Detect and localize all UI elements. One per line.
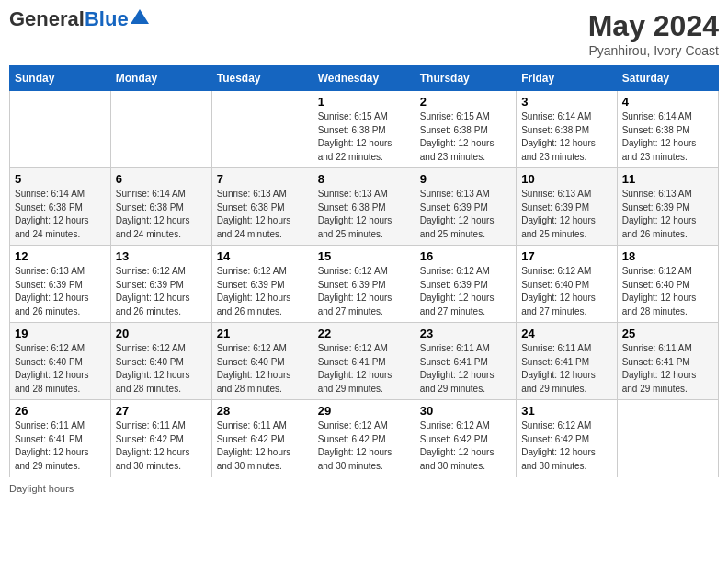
day-info: Sunrise: 6:13 AM Sunset: 6:39 PM Dayligh…: [521, 188, 612, 241]
day-number: 29: [318, 404, 410, 418]
weekday-wednesday: Wednesday: [313, 66, 415, 91]
calendar-cell: 25Sunrise: 6:11 AM Sunset: 6:41 PM Dayli…: [617, 323, 718, 400]
calendar-week-row: 5Sunrise: 6:14 AM Sunset: 6:38 PM Daylig…: [10, 168, 719, 246]
day-info: Sunrise: 6:14 AM Sunset: 6:38 PM Dayligh…: [521, 110, 612, 164]
day-info: Sunrise: 6:11 AM Sunset: 6:41 PM Dayligh…: [15, 419, 106, 473]
day-info: Sunrise: 6:11 AM Sunset: 6:41 PM Dayligh…: [622, 342, 713, 396]
day-number: 9: [420, 172, 511, 186]
day-info: Sunrise: 6:12 AM Sunset: 6:42 PM Dayligh…: [521, 419, 612, 473]
calendar-cell: 29Sunrise: 6:12 AM Sunset: 6:42 PM Dayli…: [313, 400, 415, 477]
logo-general: General: [9, 7, 85, 30]
day-info: Sunrise: 6:14 AM Sunset: 6:38 PM Dayligh…: [116, 188, 207, 241]
calendar-cell: 1Sunrise: 6:15 AM Sunset: 6:38 PM Daylig…: [313, 91, 415, 168]
day-info: Sunrise: 6:12 AM Sunset: 6:40 PM Dayligh…: [622, 265, 713, 318]
calendar-cell: 14Sunrise: 6:12 AM Sunset: 6:39 PM Dayli…: [211, 246, 313, 323]
day-info: Sunrise: 6:12 AM Sunset: 6:42 PM Dayligh…: [318, 419, 410, 473]
day-number: 24: [521, 327, 612, 340]
day-info: Sunrise: 6:12 AM Sunset: 6:40 PM Dayligh…: [15, 342, 106, 396]
calendar-cell: [617, 400, 718, 477]
calendar-week-row: 26Sunrise: 6:11 AM Sunset: 6:41 PM Dayli…: [10, 400, 719, 477]
month-year: May 2024: [588, 9, 719, 43]
day-number: 1: [318, 95, 410, 109]
day-number: 16: [420, 249, 511, 263]
weekday-sunday: Sunday: [10, 66, 111, 91]
day-info: Sunrise: 6:12 AM Sunset: 6:39 PM Dayligh…: [217, 265, 308, 318]
day-number: 31: [521, 404, 612, 418]
day-number: 2: [420, 95, 511, 109]
calendar-cell: 5Sunrise: 6:14 AM Sunset: 6:38 PM Daylig…: [10, 168, 111, 246]
calendar-cell: 6Sunrise: 6:14 AM Sunset: 6:38 PM Daylig…: [110, 168, 211, 246]
calendar-week-row: 12Sunrise: 6:13 AM Sunset: 6:39 PM Dayli…: [10, 246, 719, 323]
day-number: 21: [217, 327, 308, 340]
calendar-cell: 30Sunrise: 6:12 AM Sunset: 6:42 PM Dayli…: [415, 400, 516, 477]
calendar-week-row: 19Sunrise: 6:12 AM Sunset: 6:40 PM Dayli…: [10, 323, 719, 400]
calendar-cell: 27Sunrise: 6:11 AM Sunset: 6:42 PM Dayli…: [110, 400, 211, 477]
weekday-monday: Monday: [110, 66, 211, 91]
weekday-saturday: Saturday: [617, 66, 718, 91]
weekday-header-row: SundayMondayTuesdayWednesdayThursdayFrid…: [10, 66, 719, 91]
title-block: May 2024 Pyanhirou, Ivory Coast: [588, 9, 719, 58]
day-number: 10: [521, 172, 612, 186]
day-number: 26: [15, 404, 106, 418]
day-number: 3: [521, 95, 612, 109]
day-info: Sunrise: 6:11 AM Sunset: 6:42 PM Dayligh…: [116, 419, 207, 473]
day-info: Sunrise: 6:15 AM Sunset: 6:38 PM Dayligh…: [318, 110, 410, 164]
day-info: Sunrise: 6:14 AM Sunset: 6:38 PM Dayligh…: [622, 110, 713, 164]
calendar-cell: 22Sunrise: 6:12 AM Sunset: 6:41 PM Dayli…: [313, 323, 415, 400]
day-number: 7: [217, 172, 308, 186]
calendar-cell: 15Sunrise: 6:12 AM Sunset: 6:39 PM Dayli…: [313, 246, 415, 323]
day-info: Sunrise: 6:13 AM Sunset: 6:38 PM Dayligh…: [217, 188, 308, 241]
calendar-cell: 13Sunrise: 6:12 AM Sunset: 6:39 PM Dayli…: [110, 246, 211, 323]
calendar-cell: 10Sunrise: 6:13 AM Sunset: 6:39 PM Dayli…: [517, 168, 618, 246]
calendar-cell: 20Sunrise: 6:12 AM Sunset: 6:40 PM Dayli…: [110, 323, 211, 400]
day-number: 13: [116, 249, 207, 263]
day-number: 28: [217, 404, 308, 418]
page-header: GeneralBlue May 2024 Pyanhirou, Ivory Co…: [9, 9, 719, 58]
day-info: Sunrise: 6:13 AM Sunset: 6:39 PM Dayligh…: [420, 188, 511, 241]
calendar-cell: 18Sunrise: 6:12 AM Sunset: 6:40 PM Dayli…: [617, 246, 718, 323]
day-number: 5: [15, 172, 106, 186]
calendar-cell: 31Sunrise: 6:12 AM Sunset: 6:42 PM Dayli…: [517, 400, 618, 477]
calendar-cell: 3Sunrise: 6:14 AM Sunset: 6:38 PM Daylig…: [517, 91, 618, 168]
calendar-cell: 8Sunrise: 6:13 AM Sunset: 6:38 PM Daylig…: [313, 168, 415, 246]
svg-marker-0: [131, 9, 149, 24]
logo-icon: [131, 9, 149, 24]
day-number: 12: [15, 249, 106, 263]
calendar-cell: 7Sunrise: 6:13 AM Sunset: 6:38 PM Daylig…: [211, 168, 313, 246]
calendar-cell: 16Sunrise: 6:12 AM Sunset: 6:39 PM Dayli…: [415, 246, 516, 323]
day-number: 18: [622, 249, 713, 263]
day-info: Sunrise: 6:11 AM Sunset: 6:41 PM Dayligh…: [521, 342, 612, 396]
calendar-cell: 24Sunrise: 6:11 AM Sunset: 6:41 PM Dayli…: [517, 323, 618, 400]
day-info: Sunrise: 6:11 AM Sunset: 6:41 PM Dayligh…: [420, 342, 511, 396]
logo: GeneralBlue: [9, 9, 149, 29]
calendar-cell: 2Sunrise: 6:15 AM Sunset: 6:38 PM Daylig…: [415, 91, 516, 168]
calendar-cell: 26Sunrise: 6:11 AM Sunset: 6:41 PM Dayli…: [10, 400, 111, 477]
day-number: 23: [420, 327, 511, 340]
day-info: Sunrise: 6:13 AM Sunset: 6:38 PM Dayligh…: [318, 188, 410, 241]
day-info: Sunrise: 6:12 AM Sunset: 6:39 PM Dayligh…: [116, 265, 207, 318]
calendar-cell: 17Sunrise: 6:12 AM Sunset: 6:40 PM Dayli…: [517, 246, 618, 323]
calendar-cell: 21Sunrise: 6:12 AM Sunset: 6:40 PM Dayli…: [211, 323, 313, 400]
day-info: Sunrise: 6:12 AM Sunset: 6:42 PM Dayligh…: [420, 419, 511, 473]
day-info: Sunrise: 6:14 AM Sunset: 6:38 PM Dayligh…: [15, 188, 106, 241]
day-number: 4: [622, 95, 713, 109]
day-number: 6: [116, 172, 207, 186]
day-info: Sunrise: 6:12 AM Sunset: 6:40 PM Dayligh…: [116, 342, 207, 396]
day-number: 15: [318, 249, 410, 263]
calendar-cell: 19Sunrise: 6:12 AM Sunset: 6:40 PM Dayli…: [10, 323, 111, 400]
logo-blue: Blue: [85, 7, 129, 30]
day-number: 27: [116, 404, 207, 418]
day-info: Sunrise: 6:13 AM Sunset: 6:39 PM Dayligh…: [15, 265, 106, 318]
weekday-thursday: Thursday: [415, 66, 516, 91]
day-number: 20: [116, 327, 207, 340]
day-info: Sunrise: 6:15 AM Sunset: 6:38 PM Dayligh…: [420, 110, 511, 164]
location: Pyanhirou, Ivory Coast: [588, 43, 719, 58]
day-info: Sunrise: 6:12 AM Sunset: 6:40 PM Dayligh…: [217, 342, 308, 396]
calendar-cell: 11Sunrise: 6:13 AM Sunset: 6:39 PM Dayli…: [617, 168, 718, 246]
calendar-cell: 23Sunrise: 6:11 AM Sunset: 6:41 PM Dayli…: [415, 323, 516, 400]
calendar-table: SundayMondayTuesdayWednesdayThursdayFrid…: [9, 65, 719, 477]
footer: Daylight hours: [9, 483, 719, 494]
calendar-cell: [110, 91, 211, 168]
daylight-label: Daylight hours: [9, 483, 74, 494]
day-info: Sunrise: 6:13 AM Sunset: 6:39 PM Dayligh…: [622, 188, 713, 241]
